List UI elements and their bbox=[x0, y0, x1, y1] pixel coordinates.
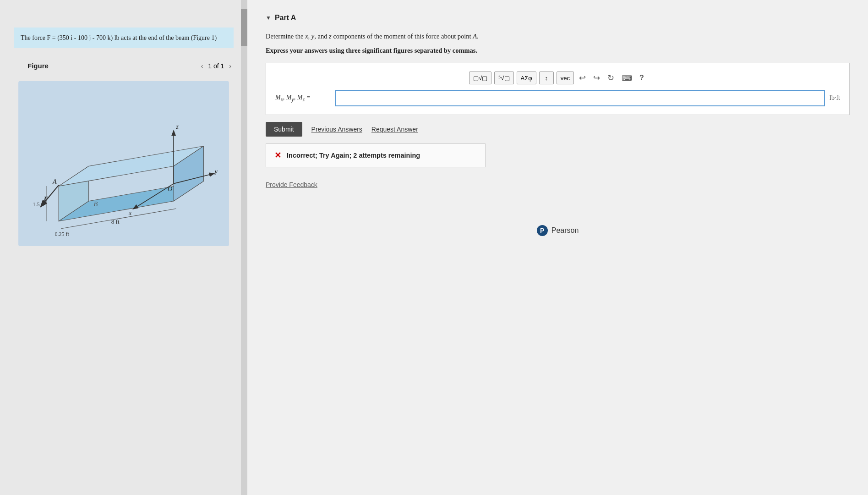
svg-text:A: A bbox=[52, 178, 57, 185]
matrix-button[interactable]: ▢√▢ bbox=[469, 72, 491, 84]
collapse-arrow-icon[interactable]: ▼ bbox=[266, 15, 271, 22]
incorrect-text: Incorrect; Try Again; 2 attempts remaini… bbox=[287, 152, 420, 159]
figure-label: Figure bbox=[27, 62, 49, 70]
svg-text:0.25 ft: 0.25 ft bbox=[55, 231, 69, 237]
svg-text:y: y bbox=[214, 168, 218, 175]
redo-button[interactable]: ↪ bbox=[591, 72, 602, 84]
svg-text:8 ft: 8 ft bbox=[111, 218, 120, 225]
undo-button[interactable]: ↩ bbox=[577, 72, 588, 84]
sqrt-button[interactable]: ⁵√▢ bbox=[494, 72, 513, 84]
svg-text:z: z bbox=[176, 123, 179, 130]
action-row: Submit Previous Answers Request Answer bbox=[266, 122, 850, 137]
refresh-button[interactable]: ↻ bbox=[605, 72, 617, 84]
part-title: Part A bbox=[275, 14, 296, 22]
svg-text:B: B bbox=[94, 200, 98, 208]
answer-input[interactable] bbox=[335, 90, 825, 106]
prev-figure-button[interactable]: ‹ bbox=[199, 61, 206, 71]
svg-text:1.5 ft: 1.5 ft bbox=[33, 201, 44, 208]
arrow-button[interactable]: ↕ bbox=[539, 72, 554, 84]
problem-statement: The force F = (350 i - 100 j - 700 k) lb… bbox=[14, 28, 234, 48]
scrollbar-thumb[interactable] bbox=[241, 9, 247, 46]
svg-text:O: O bbox=[168, 185, 172, 192]
incorrect-box: ✕ Incorrect; Try Again; 2 attempts remai… bbox=[266, 143, 486, 167]
question-line1: Determine the x, y, and z components of … bbox=[266, 31, 850, 42]
scrollbar[interactable] bbox=[241, 0, 247, 495]
request-answer-button[interactable]: Request Answer bbox=[371, 126, 418, 133]
incorrect-icon: ✕ bbox=[274, 150, 281, 160]
part-header: ▼ Part A bbox=[266, 14, 850, 22]
next-figure-button[interactable]: › bbox=[227, 61, 234, 71]
keyboard-button[interactable]: ⌨ bbox=[619, 73, 634, 83]
pearson-logo: P bbox=[537, 225, 548, 236]
question-line2: Express your answers using three signifi… bbox=[266, 45, 850, 56]
symbol-button[interactable]: ΑΣφ bbox=[517, 72, 536, 84]
vec-button[interactable]: vec bbox=[557, 72, 574, 84]
svg-text:x: x bbox=[128, 209, 132, 216]
provide-feedback-button[interactable]: Provide Feedback bbox=[266, 181, 317, 188]
answer-area: ▢√▢ ⁵√▢ ΑΣφ ↕ vec ↩ ↪ ↻ ⌨ ? Mx, My, Mz = bbox=[266, 63, 850, 115]
help-button[interactable]: ? bbox=[637, 73, 646, 83]
input-row: Mx, My, Mz = lb·ft bbox=[275, 90, 840, 106]
previous-answers-button[interactable]: Previous Answers bbox=[311, 126, 362, 133]
pearson-text: Pearson bbox=[551, 226, 579, 235]
math-label: Mx, My, Mz = bbox=[275, 94, 330, 103]
pearson-footer: P Pearson bbox=[266, 225, 850, 236]
figure-nav-text: 1 of 1 bbox=[208, 62, 224, 70]
math-toolbar: ▢√▢ ⁵√▢ ΑΣφ ↕ vec ↩ ↪ ↻ ⌨ ? bbox=[275, 72, 840, 84]
submit-button[interactable]: Submit bbox=[266, 122, 302, 137]
figure-image: y z x F A O bbox=[18, 81, 229, 246]
unit-label: lb·ft bbox=[830, 94, 840, 102]
